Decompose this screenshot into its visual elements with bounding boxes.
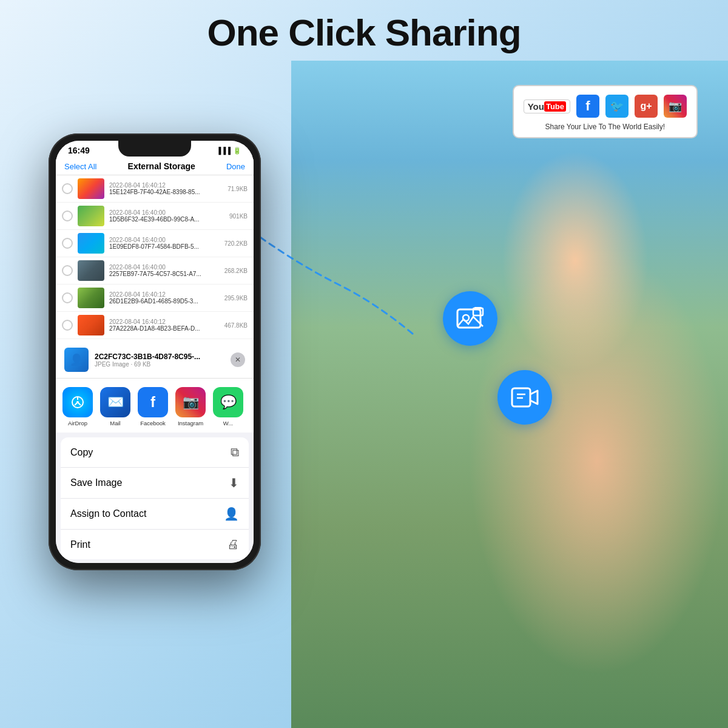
share-app-facebook[interactable]: f Facebook	[136, 387, 170, 426]
done-button[interactable]: Done	[226, 162, 245, 171]
file-item[interactable]: 2022-08-04 16:40:00 1D5B6F32-4E39-46BD-9…	[56, 203, 254, 230]
share-actions-list: Copy ⧉ Save Image ⬇ Assign to Contact 👤 …	[61, 437, 249, 559]
file-checkbox[interactable]	[62, 292, 73, 303]
phone-screen: 16:49 ▐▐▐ 🔋 Select All External Storage …	[56, 141, 254, 563]
photo-share-circle	[443, 291, 497, 346]
storage-title: External Storage	[128, 161, 195, 171]
facebook-label: Facebook	[140, 420, 166, 426]
file-name: 26D1E2B9-6AD1-4685-89D5-3...	[109, 298, 220, 305]
file-name: 1D5B6F32-4E39-46BD-99C8-A...	[109, 216, 224, 223]
file-name: 15E124FB-7F40-42AE-8398-85...	[109, 189, 223, 195]
assign-contact-action[interactable]: Assign to Contact 👤	[61, 499, 249, 530]
file-thumbnail	[78, 206, 104, 226]
share-close-button[interactable]: ✕	[231, 352, 245, 367]
file-thumbnail	[78, 233, 104, 254]
file-checkbox[interactable]	[62, 183, 73, 194]
file-browser: Select All External Storage Done 2022-08…	[56, 158, 254, 366]
print-label: Print	[70, 539, 90, 550]
file-info: 2022-08-04 16:40:12 26D1E2B9-6AD1-4685-8…	[109, 291, 220, 305]
phone-body: 16:49 ▐▐▐ 🔋 Select All External Storage …	[49, 133, 261, 570]
social-tagline: Share Your Live To The World Easily!	[545, 123, 665, 131]
share-file-thumb: 👤	[64, 348, 89, 372]
file-item[interactable]: 2022-08-04 16:40:12 27A2228A-D1A8-4B23-B…	[56, 312, 254, 339]
file-size: 720.2KB	[224, 240, 248, 247]
phone-device: 16:49 ▐▐▐ 🔋 Select All External Storage …	[49, 133, 261, 570]
instagram-app-icon: 📷	[175, 387, 206, 417]
file-date: 2022-08-04 16:40:12	[109, 318, 220, 325]
share-app-airdrop[interactable]: AirDrop	[61, 387, 95, 426]
file-date: 2022-08-04 16:40:00	[109, 264, 220, 271]
instagram-label: Instagram	[178, 420, 203, 426]
googleplus-icon: g+	[635, 95, 658, 118]
file-size: 71.9KB	[228, 186, 248, 192]
instagram-icon: 📷	[664, 95, 687, 118]
file-thumbnail	[78, 178, 104, 199]
youtube-icon: You Tube	[524, 99, 570, 113]
social-icons-row: You Tube f 🐦 g+ 📷	[524, 95, 687, 118]
share-file-name: 2C2FC73C-3B1B-4D87-8C95-...	[95, 352, 200, 361]
contact-icon: 👤	[224, 507, 239, 521]
share-apps-row: AirDrop ✉️ Mail f Facebook 📷 Instagram	[56, 379, 254, 433]
file-checkbox[interactable]	[62, 211, 73, 221]
status-icons: ▐▐▐ 🔋	[217, 147, 241, 155]
airdrop-app-icon	[62, 387, 93, 417]
video-share-circle	[497, 370, 552, 425]
file-info: 2022-08-04 16:40:00 1E09EDF8-07F7-4584-B…	[109, 237, 220, 250]
copy-icon: ⧉	[231, 445, 239, 459]
file-size: 268.2KB	[224, 268, 248, 274]
facebook-icon: f	[576, 95, 599, 118]
file-date: 2022-08-04 16:40:12	[109, 291, 220, 298]
svg-point-4	[76, 401, 79, 403]
file-name: 1E09EDF8-07F7-4584-BDFB-5...	[109, 243, 220, 250]
file-item[interactable]: 2022-08-04 16:40:00 2257EB97-7A75-4C57-8…	[56, 257, 254, 285]
share-file-type: JPEG Image · 69 KB	[95, 361, 200, 368]
select-all-button[interactable]: Select All	[64, 162, 96, 171]
file-checkbox[interactable]	[62, 265, 73, 276]
print-icon: 🖨	[227, 538, 239, 551]
status-time: 16:49	[68, 146, 90, 155]
file-thumbnail	[78, 315, 104, 335]
assign-contact-label: Assign to Contact	[70, 508, 146, 519]
print-action[interactable]: Print 🖨	[61, 530, 249, 559]
battery-icon: 🔋	[233, 147, 241, 155]
whatsapp-label: W...	[223, 420, 233, 426]
mail-label: Mail	[110, 420, 120, 426]
file-size: 467.8KB	[224, 322, 248, 329]
phone-notch	[118, 141, 191, 157]
file-browser-header: Select All External Storage Done	[56, 158, 254, 175]
file-item[interactable]: 2022-08-04 16:40:12 26D1E2B9-6AD1-4685-8…	[56, 285, 254, 312]
file-name: 2257EB97-7A75-4C57-8C51-A7...	[109, 271, 220, 277]
social-share-box: You Tube f 🐦 g+ 📷 Share Your Live To The…	[513, 85, 698, 138]
save-image-label: Save Image	[70, 477, 122, 488]
facebook-app-icon: f	[138, 387, 168, 417]
file-date: 2022-08-04 16:40:00	[109, 209, 224, 216]
file-list: 2022-08-04 16:40:12 15E124FB-7F40-42AE-8…	[56, 175, 254, 366]
file-info: 2022-08-04 16:40:00 1D5B6F32-4E39-46BD-9…	[109, 209, 224, 223]
share-app-whatsapp[interactable]: 💬 W...	[211, 387, 245, 426]
file-size: 901KB	[229, 213, 248, 220]
save-image-action[interactable]: Save Image ⬇	[61, 468, 249, 499]
file-name: 27A2228A-D1A8-4B23-BEFA-D...	[109, 325, 220, 332]
copy-action[interactable]: Copy ⧉	[61, 437, 249, 468]
file-info: 2022-08-04 16:40:12 27A2228A-D1A8-4B23-B…	[109, 318, 220, 332]
file-checkbox[interactable]	[62, 238, 73, 249]
file-size: 295.9KB	[224, 295, 248, 302]
mail-app-icon: ✉️	[100, 387, 130, 417]
file-date: 2022-08-04 16:40:12	[109, 182, 223, 189]
file-item[interactable]: 2022-08-04 16:40:12 15E124FB-7F40-42AE-8…	[56, 175, 254, 203]
file-info: 2022-08-04 16:40:12 15E124FB-7F40-42AE-8…	[109, 182, 223, 195]
share-app-instagram[interactable]: 📷 Instagram	[174, 387, 207, 426]
save-icon: ⬇	[229, 476, 239, 490]
share-sheet: 👤 2C2FC73C-3B1B-4D87-8C95-... JPEG Image…	[56, 342, 254, 563]
page-title: One Click Sharing	[0, 11, 728, 54]
twitter-icon: 🐦	[605, 95, 629, 118]
file-date: 2022-08-04 16:40:00	[109, 237, 220, 243]
file-info: 2022-08-04 16:40:00 2257EB97-7A75-4C57-8…	[109, 264, 220, 277]
copy-label: Copy	[70, 447, 93, 458]
share-file-preview: 👤 2C2FC73C-3B1B-4D87-8C95-... JPEG Image…	[56, 342, 254, 379]
share-file-details: 2C2FC73C-3B1B-4D87-8C95-... JPEG Image ·…	[95, 352, 200, 368]
share-app-mail[interactable]: ✉️ Mail	[98, 387, 132, 426]
signal-icon: ▐▐▐	[217, 147, 231, 154]
file-checkbox[interactable]	[62, 320, 73, 331]
file-item[interactable]: 2022-08-04 16:40:00 1E09EDF8-07F7-4584-B…	[56, 230, 254, 257]
